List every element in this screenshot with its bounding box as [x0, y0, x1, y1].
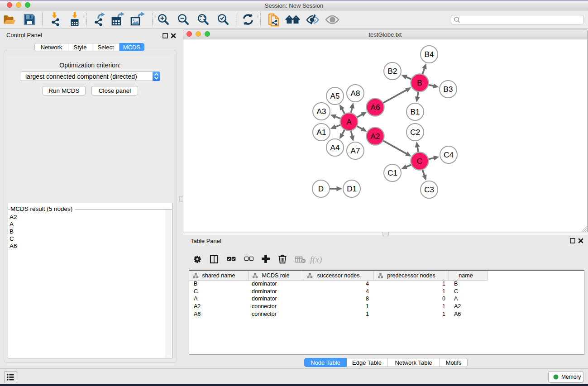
svg-text:C3: C3: [424, 186, 434, 194]
svg-text:A7: A7: [351, 147, 360, 155]
svg-text:B4: B4: [425, 50, 434, 59]
svg-text:A2: A2: [371, 132, 380, 141]
svg-text:C1: C1: [387, 169, 397, 177]
svg-text:B2: B2: [388, 67, 397, 76]
svg-text:A6: A6: [371, 103, 380, 112]
svg-text:D1: D1: [347, 185, 357, 193]
svg-text:A5: A5: [330, 92, 340, 100]
svg-text:A8: A8: [351, 89, 360, 98]
svg-text:B3: B3: [444, 85, 453, 94]
svg-text:A1: A1: [317, 128, 326, 137]
svg-text:D: D: [318, 185, 324, 193]
svg-text:B: B: [417, 79, 422, 87]
svg-text:C2: C2: [410, 128, 420, 137]
svg-text:C4: C4: [444, 151, 454, 159]
svg-text:C: C: [417, 157, 422, 166]
svg-text:f(x): f(x): [310, 255, 322, 265]
svg-text:A3: A3: [317, 107, 326, 116]
svg-text:A: A: [346, 118, 352, 126]
svg-text:A4: A4: [330, 143, 340, 152]
svg-text:B1: B1: [411, 108, 420, 116]
